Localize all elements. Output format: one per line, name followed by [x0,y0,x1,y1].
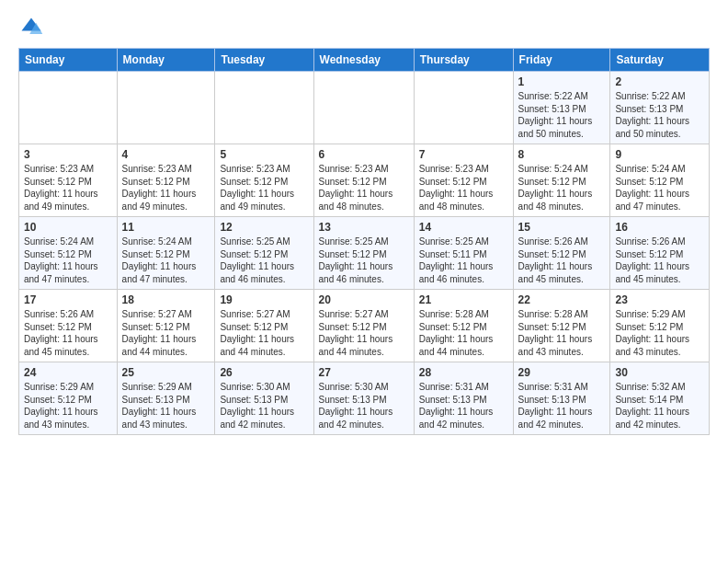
calendar-cell: 1Sunrise: 5:22 AM Sunset: 5:13 PM Daylig… [513,72,610,144]
calendar-cell: 20Sunrise: 5:27 AM Sunset: 5:12 PM Dayli… [313,290,414,362]
day-number: 18 [122,293,210,306]
calendar-cell: 29Sunrise: 5:31 AM Sunset: 5:13 PM Dayli… [513,362,610,435]
calendar-cell: 6Sunrise: 5:23 AM Sunset: 5:12 PM Daylig… [313,144,414,217]
calendar-cell: 19Sunrise: 5:27 AM Sunset: 5:12 PM Dayli… [215,290,313,362]
calendar-cell [313,72,414,144]
day-number: 14 [419,221,508,234]
calendar-week-4: 17Sunrise: 5:26 AM Sunset: 5:12 PM Dayli… [19,290,710,362]
calendar-cell: 16Sunrise: 5:26 AM Sunset: 5:12 PM Dayli… [610,217,710,290]
day-info: Sunrise: 5:24 AM Sunset: 5:12 PM Dayligh… [518,164,593,212]
calendar-cell: 14Sunrise: 5:25 AM Sunset: 5:11 PM Dayli… [414,217,513,290]
calendar-week-3: 10Sunrise: 5:24 AM Sunset: 5:12 PM Dayli… [19,217,710,290]
day-info: Sunrise: 5:25 AM Sunset: 5:12 PM Dayligh… [220,236,294,284]
day-number: 8 [518,148,606,161]
day-number: 15 [518,221,606,234]
day-number: 1 [518,75,606,88]
calendar-cell: 22Sunrise: 5:28 AM Sunset: 5:12 PM Dayli… [513,290,610,362]
day-info: Sunrise: 5:29 AM Sunset: 5:13 PM Dayligh… [122,382,197,430]
day-info: Sunrise: 5:23 AM Sunset: 5:12 PM Dayligh… [319,164,393,212]
calendar-cell: 5Sunrise: 5:23 AM Sunset: 5:12 PM Daylig… [215,144,313,217]
day-number: 25 [122,366,210,379]
day-info: Sunrise: 5:28 AM Sunset: 5:12 PM Dayligh… [419,309,494,357]
day-number: 9 [615,148,704,161]
day-info: Sunrise: 5:26 AM Sunset: 5:12 PM Dayligh… [518,236,593,284]
calendar-cell: 30Sunrise: 5:32 AM Sunset: 5:14 PM Dayli… [610,362,710,435]
calendar-col-sunday: Sunday [19,49,118,72]
day-number: 23 [615,293,704,306]
day-info: Sunrise: 5:25 AM Sunset: 5:11 PM Dayligh… [419,236,494,284]
calendar-col-tuesday: Tuesday [215,49,313,72]
day-info: Sunrise: 5:31 AM Sunset: 5:13 PM Dayligh… [518,382,593,430]
day-info: Sunrise: 5:29 AM Sunset: 5:12 PM Dayligh… [24,382,98,430]
calendar-cell: 8Sunrise: 5:24 AM Sunset: 5:12 PM Daylig… [513,144,610,217]
day-info: Sunrise: 5:28 AM Sunset: 5:12 PM Dayligh… [518,309,593,357]
calendar-cell: 26Sunrise: 5:30 AM Sunset: 5:13 PM Dayli… [215,362,313,435]
day-info: Sunrise: 5:26 AM Sunset: 5:12 PM Dayligh… [24,309,98,357]
day-info: Sunrise: 5:31 AM Sunset: 5:13 PM Dayligh… [419,382,494,430]
calendar-cell: 27Sunrise: 5:30 AM Sunset: 5:13 PM Dayli… [313,362,414,435]
day-number: 11 [122,221,210,234]
day-info: Sunrise: 5:30 AM Sunset: 5:13 PM Dayligh… [319,382,393,430]
day-info: Sunrise: 5:27 AM Sunset: 5:12 PM Dayligh… [220,309,294,357]
calendar-cell [117,72,215,144]
day-info: Sunrise: 5:23 AM Sunset: 5:12 PM Dayligh… [419,164,494,212]
day-info: Sunrise: 5:27 AM Sunset: 5:12 PM Dayligh… [319,309,393,357]
calendar-cell: 9Sunrise: 5:24 AM Sunset: 5:12 PM Daylig… [610,144,710,217]
calendar-header-row: SundayMondayTuesdayWednesdayThursdayFrid… [19,49,710,72]
page: SundayMondayTuesdayWednesdayThursdayFrid… [0,0,728,563]
calendar-cell [215,72,313,144]
day-info: Sunrise: 5:29 AM Sunset: 5:12 PM Dayligh… [615,309,689,357]
calendar-col-saturday: Saturday [610,49,710,72]
day-number: 26 [220,366,308,379]
day-info: Sunrise: 5:27 AM Sunset: 5:12 PM Dayligh… [122,309,197,357]
calendar-col-friday: Friday [513,49,610,72]
day-number: 29 [518,366,606,379]
calendar-cell: 25Sunrise: 5:29 AM Sunset: 5:13 PM Dayli… [117,362,215,435]
calendar-cell [19,72,118,144]
day-number: 16 [615,221,704,234]
calendar-cell: 4Sunrise: 5:23 AM Sunset: 5:12 PM Daylig… [117,144,215,217]
calendar-cell: 15Sunrise: 5:26 AM Sunset: 5:12 PM Dayli… [513,217,610,290]
calendar-cell: 11Sunrise: 5:24 AM Sunset: 5:12 PM Dayli… [117,217,215,290]
day-info: Sunrise: 5:22 AM Sunset: 5:13 PM Dayligh… [518,91,593,139]
day-info: Sunrise: 5:23 AM Sunset: 5:12 PM Dayligh… [122,164,197,212]
day-info: Sunrise: 5:30 AM Sunset: 5:13 PM Dayligh… [220,382,294,430]
calendar-cell: 23Sunrise: 5:29 AM Sunset: 5:12 PM Dayli… [610,290,710,362]
day-number: 10 [24,221,112,234]
day-number: 13 [319,221,409,234]
calendar-cell: 10Sunrise: 5:24 AM Sunset: 5:12 PM Dayli… [19,217,118,290]
calendar-cell: 3Sunrise: 5:23 AM Sunset: 5:12 PM Daylig… [19,144,118,217]
calendar-cell: 7Sunrise: 5:23 AM Sunset: 5:12 PM Daylig… [414,144,513,217]
calendar-cell: 18Sunrise: 5:27 AM Sunset: 5:12 PM Dayli… [117,290,215,362]
calendar: SundayMondayTuesdayWednesdayThursdayFrid… [18,48,710,435]
calendar-cell: 17Sunrise: 5:26 AM Sunset: 5:12 PM Dayli… [19,290,118,362]
day-number: 7 [419,148,508,161]
calendar-col-thursday: Thursday [414,49,513,72]
calendar-col-monday: Monday [117,49,215,72]
logo [18,15,48,40]
day-info: Sunrise: 5:26 AM Sunset: 5:12 PM Dayligh… [615,236,689,284]
calendar-cell: 28Sunrise: 5:31 AM Sunset: 5:13 PM Dayli… [414,362,513,435]
day-number: 28 [419,366,508,379]
day-info: Sunrise: 5:24 AM Sunset: 5:12 PM Dayligh… [24,236,98,284]
calendar-week-1: 1Sunrise: 5:22 AM Sunset: 5:13 PM Daylig… [19,72,710,144]
day-number: 22 [518,293,606,306]
day-number: 6 [319,148,409,161]
day-number: 12 [220,221,308,234]
day-number: 17 [24,293,112,306]
day-number: 3 [24,148,112,161]
day-number: 4 [122,148,210,161]
day-number: 2 [615,75,704,88]
logo-icon [18,15,44,40]
day-number: 20 [319,293,409,306]
header [18,15,710,40]
calendar-col-wednesday: Wednesday [313,49,414,72]
calendar-cell: 24Sunrise: 5:29 AM Sunset: 5:12 PM Dayli… [19,362,118,435]
calendar-cell: 21Sunrise: 5:28 AM Sunset: 5:12 PM Dayli… [414,290,513,362]
calendar-cell: 2Sunrise: 5:22 AM Sunset: 5:13 PM Daylig… [610,72,710,144]
day-number: 21 [419,293,508,306]
day-number: 27 [319,366,409,379]
day-info: Sunrise: 5:23 AM Sunset: 5:12 PM Dayligh… [220,164,294,212]
day-number: 19 [220,293,308,306]
day-number: 5 [220,148,308,161]
